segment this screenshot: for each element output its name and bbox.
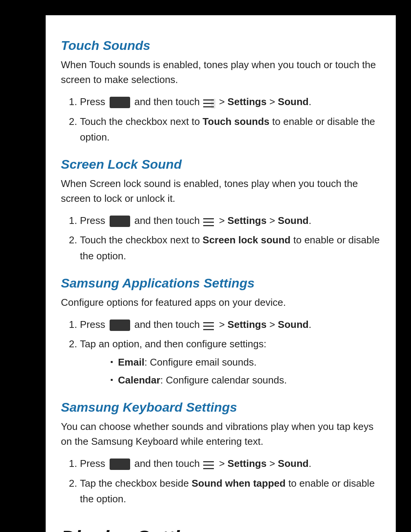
home-button-icon (110, 459, 130, 470)
list-item: Press and then touch > Settings > Sound. (80, 213, 381, 229)
samsung-apps-section: Samsung Applications Settings Configure … (61, 276, 381, 388)
list-item: Press and then touch > Settings > Sound. (80, 317, 381, 333)
step-text: and then touch (134, 319, 202, 330)
display-settings-section: Display Settings Configure settings for … (61, 526, 381, 532)
samsung-keyboard-title: Samsung Keyboard Settings (61, 400, 381, 415)
step-text: > Settings > Sound. (219, 96, 311, 107)
list-item: Touch the checkbox next to Screen lock s… (80, 232, 381, 264)
samsung-keyboard-steps: Press and then touch > Settings > Sound.… (80, 456, 381, 507)
bullet-list: Email: Configure email sounds. Calendar:… (110, 355, 381, 388)
step-text: Tap the checkbox beside Sound when tappe… (80, 478, 375, 505)
touch-sounds-steps: Press and then touch > Settings > Sound.… (80, 94, 381, 145)
touch-sounds-title: Touch Sounds (61, 38, 381, 53)
step-text: Press (80, 458, 108, 469)
samsung-apps-description: Configure options for featured apps on y… (61, 295, 381, 310)
list-item: Calendar: Configure calendar sounds. (110, 372, 381, 388)
step-text: > Settings > Sound. (219, 319, 311, 330)
step-text: > Settings > Sound. (219, 458, 311, 469)
menu-icon (203, 97, 215, 107)
home-button-icon (110, 216, 130, 227)
step-text: Press (80, 96, 108, 107)
svg-rect-8 (203, 326, 214, 327)
step-text: and then touch (134, 215, 202, 226)
menu-icon (203, 216, 215, 226)
screen-lock-steps: Press and then touch > Settings > Sound.… (80, 213, 381, 264)
step-text: and then touch (134, 96, 202, 107)
list-item: Email: Configure email sounds. (110, 355, 381, 371)
menu-icon (203, 320, 215, 330)
svg-rect-6 (203, 225, 214, 226)
svg-rect-7 (203, 322, 214, 323)
step-text: Touch the checkbox next to Touch sounds … (80, 116, 375, 143)
step-text: Tap an option, and then configure settin… (80, 338, 266, 350)
step-text: Touch the checkbox next to Screen lock s… (80, 234, 380, 262)
menu-icon (203, 459, 215, 469)
home-button-icon (110, 97, 130, 108)
screen-lock-sound-title: Screen Lock Sound (61, 157, 381, 172)
svg-rect-5 (203, 222, 214, 223)
step-text: Press (80, 215, 108, 226)
list-item: Touch the checkbox next to Touch sounds … (80, 114, 381, 145)
page-container: Touch Sounds When Touch sounds is enable… (46, 15, 396, 532)
samsung-keyboard-description: You can choose whether sounds and vibrat… (61, 419, 381, 449)
samsung-keyboard-section: Samsung Keyboard Settings You can choose… (61, 400, 381, 507)
svg-rect-9 (203, 329, 214, 330)
list-item: Press and then touch > Settings > Sound. (80, 94, 381, 110)
home-button-icon (110, 320, 130, 331)
list-item: Tap an option, and then configure settin… (80, 336, 381, 388)
svg-rect-3 (211, 99, 215, 109)
touch-sounds-section: Touch Sounds When Touch sounds is enable… (61, 38, 381, 145)
display-settings-title: Display Settings (61, 526, 381, 532)
svg-rect-4 (203, 218, 214, 219)
screen-lock-sound-description: When Screen lock sound is enabled, tones… (61, 176, 381, 206)
step-text: Press (80, 319, 108, 330)
step-text: > Settings > Sound. (219, 215, 311, 226)
svg-rect-11 (203, 465, 214, 466)
screen-lock-sound-section: Screen Lock Sound When Screen lock sound… (61, 157, 381, 264)
svg-rect-12 (203, 468, 214, 469)
samsung-apps-title: Samsung Applications Settings (61, 276, 381, 291)
svg-rect-10 (203, 461, 214, 462)
list-item: Tap the checkbox beside Sound when tappe… (80, 476, 381, 507)
samsung-apps-steps: Press and then touch > Settings > Sound.… (80, 317, 381, 388)
step-text: and then touch (134, 458, 202, 469)
list-item: Press and then touch > Settings > Sound. (80, 456, 381, 472)
touch-sounds-description: When Touch sounds is enabled, tones play… (61, 58, 381, 87)
